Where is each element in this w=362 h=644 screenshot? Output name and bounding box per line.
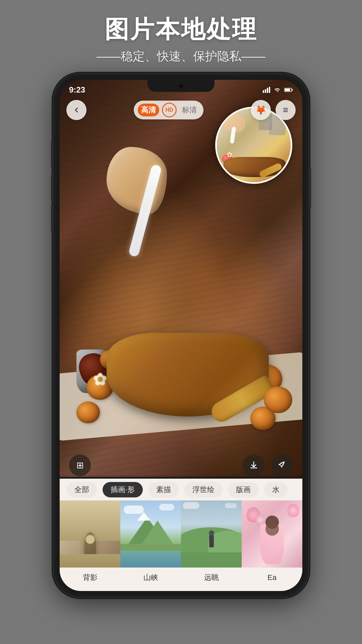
filter-preview-ea[interactable]: Ea	[242, 500, 302, 591]
status-icons	[263, 87, 293, 93]
phone-notch	[147, 80, 215, 92]
status-time: 9:23	[69, 85, 85, 95]
download-icon	[249, 461, 258, 470]
svg-rect-0	[263, 90, 264, 93]
filter-label-2: 山峡	[120, 568, 181, 588]
quality-toggle[interactable]: 高清 HD 标清	[134, 101, 203, 119]
filter-preview-shanxia[interactable]: 山峡	[120, 500, 181, 591]
profile-icon: 🦊	[255, 105, 266, 115]
phone-frame: 9:23	[54, 74, 308, 597]
svg-rect-6	[292, 89, 293, 91]
fruit-2	[76, 401, 100, 423]
toolbar: 高清 HD 标清 🦊 ≡	[60, 98, 302, 122]
battery-icon	[284, 88, 293, 92]
download-button[interactable]	[243, 454, 264, 476]
filter-tabs: 全部 插画·形 素描 浮世绘 版画 水	[60, 479, 302, 500]
fruit-extra	[264, 386, 292, 413]
menu-icon: ≡	[283, 105, 288, 115]
toolbar-right: 🦊 ≡	[251, 100, 296, 120]
svg-rect-2	[267, 88, 268, 93]
svg-rect-3	[269, 87, 270, 93]
filter-thumb-4	[242, 500, 302, 568]
filter-tab-more[interactable]: 水	[264, 482, 288, 497]
filter-tab-ukiyo[interactable]: 浮世绘	[184, 482, 223, 497]
filter-preview-yuantiao[interactable]: 远眺	[181, 500, 242, 591]
phone-screen: 9:23	[60, 80, 302, 591]
signal-icon	[263, 87, 270, 93]
wifi-icon	[274, 87, 281, 93]
filter-adjust-button[interactable]: ⊞	[69, 454, 91, 476]
filter-thumb-2	[120, 500, 181, 568]
back-button[interactable]	[66, 100, 86, 120]
share-button[interactable]	[271, 454, 293, 476]
filter-label-3: 远眺	[181, 568, 242, 588]
filter-thumb-3	[181, 500, 242, 568]
filter-tab-sketch[interactable]: 素描	[148, 482, 179, 497]
filter-previews: 背影	[60, 500, 302, 591]
filter-tab-all[interactable]: 全部	[66, 482, 97, 497]
filter-icon: ⊞	[76, 460, 84, 471]
filter-label-1: 背影	[60, 568, 120, 588]
top-text-area: 图片本地处理 ——稳定、快速、保护隐私——	[0, 13, 362, 65]
filter-thumb-1	[60, 500, 120, 568]
filter-tab-woodblock[interactable]: 版画	[228, 482, 259, 497]
filter-label-4: Ea	[242, 568, 302, 588]
quality-standard-option[interactable]: 标清	[179, 104, 199, 116]
profile-button[interactable]: 🦊	[251, 100, 271, 120]
back-arrow-icon	[73, 107, 80, 113]
filter-preview-beiying[interactable]: 背影	[60, 500, 120, 591]
share-icon	[278, 461, 287, 470]
svg-rect-5	[285, 89, 290, 91]
sub-title: ——稳定、快速、保护隐私——	[0, 48, 362, 65]
main-title: 图片本地处理	[0, 13, 362, 46]
menu-button[interactable]: ≡	[276, 100, 296, 120]
filter-tab-illustration[interactable]: 插画·形	[103, 482, 143, 497]
bottom-actions: ⊞	[60, 452, 302, 479]
quality-high-option[interactable]: 高清	[138, 104, 159, 116]
hd-badge: HD	[162, 103, 177, 117]
svg-rect-1	[265, 89, 266, 93]
main-image: ✿	[60, 80, 302, 477]
